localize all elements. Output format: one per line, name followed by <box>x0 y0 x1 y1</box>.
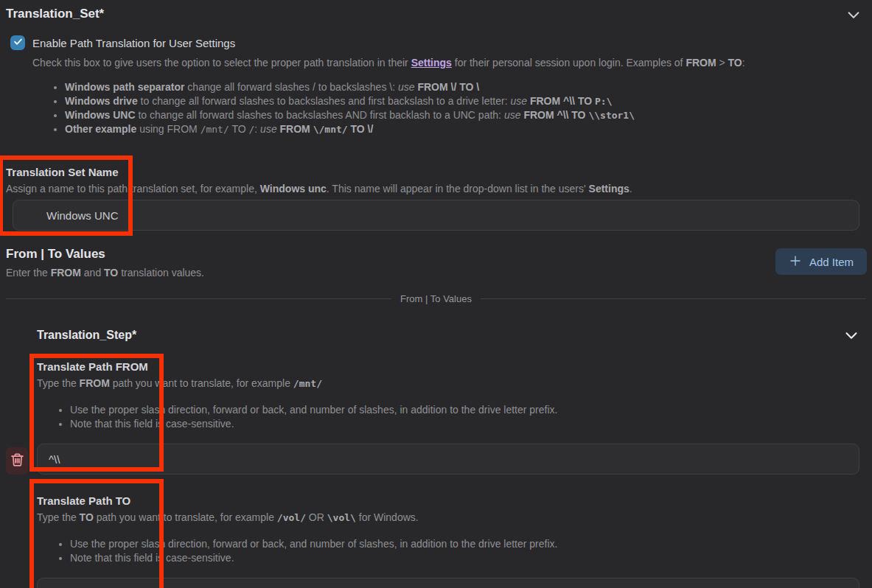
enable-translation-description: Check this box to give users the option … <box>32 57 872 69</box>
divider-line-right <box>481 298 866 299</box>
example-windows-unc: Windows UNC to change all forward slashe… <box>65 108 872 122</box>
divider-line-left <box>6 298 391 299</box>
to-field-description: Type the TO path you want to translate, … <box>37 511 859 524</box>
name-field-label: Translation Set Name <box>6 166 866 178</box>
translate-path-to-input[interactable] <box>37 578 859 588</box>
translation-set-name-field: Translation Set Name Assign a name to th… <box>6 166 866 231</box>
translate-path-from-field: Translate Path FROM Type the FROM path y… <box>37 360 859 475</box>
checkmark-icon <box>13 37 23 49</box>
from-to-description: Enter the FROM and TO translation values… <box>6 267 204 279</box>
trash-icon <box>10 451 25 471</box>
enable-translation-checkbox[interactable] <box>10 35 25 50</box>
from-field-notes: Use the proper slash direction, forward … <box>37 403 859 431</box>
settings-link[interactable]: Settings <box>411 57 452 69</box>
add-item-button[interactable]: Add Item <box>775 248 867 275</box>
name-field-description: Assign a name to this path translation s… <box>6 183 866 195</box>
panel-header: Translation_Set* <box>0 0 872 23</box>
enable-translation-label: Enable Path Translation for User Setting… <box>32 37 235 49</box>
example-windows-path-separator: Windows path separator change all forwar… <box>65 80 872 94</box>
from-note-case-sensitive: Note that this field is case-sensitive. <box>70 417 859 431</box>
chevron-down-icon[interactable] <box>845 7 862 23</box>
from-note-slash-direction: Use the proper slash direction, forward … <box>70 403 859 417</box>
to-note-slash-direction: Use the proper slash direction, forward … <box>70 537 859 551</box>
from-to-heading-group: From | To Values Enter the FROM and TO t… <box>6 247 204 279</box>
add-item-label: Add Item <box>809 256 854 268</box>
to-note-case-sensitive: Note that this field is case-sensitive. <box>70 551 859 565</box>
example-windows-drive: Windows drive to change all forward slas… <box>65 94 872 108</box>
panel-title: Translation_Set* <box>6 7 104 21</box>
step-chevron-down-icon[interactable] <box>843 327 859 343</box>
from-field-label: Translate Path FROM <box>37 360 859 373</box>
translation-step-title: Translation_Step* <box>37 329 136 342</box>
from-to-section-header: From | To Values Enter the FROM and TO t… <box>6 247 867 279</box>
example-other: Other example using FROM /mnt/ TO /: use… <box>65 122 872 136</box>
to-input-row <box>37 578 859 588</box>
translation-step: Translation_Step* Translate Path FROM Ty… <box>37 327 859 588</box>
from-to-heading: From | To Values <box>6 247 204 262</box>
enable-translation-row: Enable Path Translation for User Setting… <box>10 35 872 50</box>
plus-icon <box>789 254 802 270</box>
delete-step-button[interactable] <box>6 447 28 475</box>
translation-examples-list: Windows path separator change all forwar… <box>32 80 872 136</box>
from-to-divider: From | To Values <box>6 293 866 304</box>
to-field-label: Translate Path TO <box>37 494 859 507</box>
translation-set-name-input[interactable] <box>13 200 859 231</box>
to-field-notes: Use the proper slash direction, forward … <box>37 537 859 565</box>
translation-step-header: Translation_Step* <box>37 327 859 343</box>
translate-path-to-field: Translate Path TO Type the TO path you w… <box>37 494 859 588</box>
from-input-row <box>37 444 859 475</box>
translate-path-from-input[interactable] <box>37 444 859 475</box>
divider-label: From | To Values <box>400 293 472 304</box>
translation-set-panel: Translation_Set* Enable Path Translation… <box>0 0 872 588</box>
from-field-description: Type the FROM path you want to translate… <box>37 377 859 390</box>
